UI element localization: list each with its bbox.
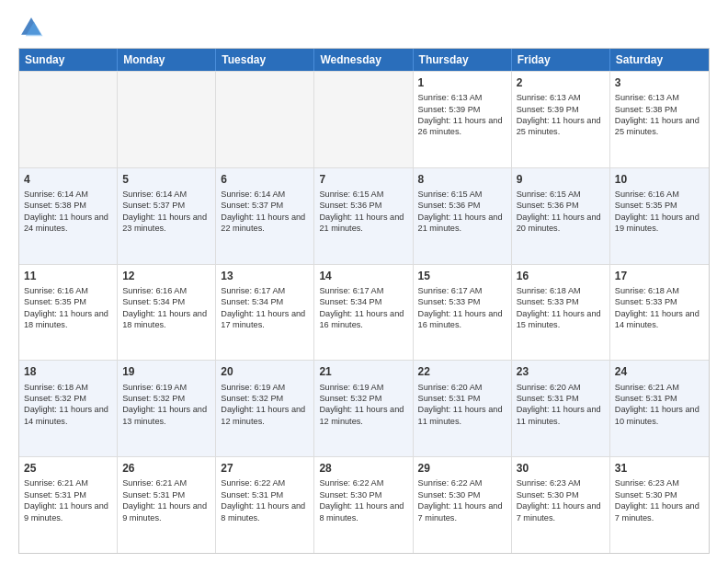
cell-info: Sunrise: 6:13 AM Sunset: 5:39 PM Dayligh… bbox=[517, 92, 605, 138]
calendar-cell: 11Sunrise: 6:16 AM Sunset: 5:35 PM Dayli… bbox=[19, 265, 118, 361]
logo bbox=[18, 15, 48, 40]
day-number: 8 bbox=[418, 172, 506, 187]
calendar-cell: 20Sunrise: 6:19 AM Sunset: 5:32 PM Dayli… bbox=[216, 361, 314, 456]
cell-info: Sunrise: 6:14 AM Sunset: 5:38 PM Dayligh… bbox=[24, 189, 112, 235]
calendar-cell: 13Sunrise: 6:17 AM Sunset: 5:34 PM Dayli… bbox=[216, 265, 314, 361]
calendar-cell: 19Sunrise: 6:19 AM Sunset: 5:32 PM Dayli… bbox=[118, 361, 216, 456]
day-number: 6 bbox=[221, 172, 309, 187]
cell-info: Sunrise: 6:20 AM Sunset: 5:31 PM Dayligh… bbox=[418, 382, 506, 428]
calendar-cell: 14Sunrise: 6:17 AM Sunset: 5:34 PM Dayli… bbox=[314, 265, 413, 361]
calendar-cell: 7Sunrise: 6:15 AM Sunset: 5:36 PM Daylig… bbox=[314, 168, 413, 264]
calendar-cell bbox=[118, 72, 216, 167]
day-number: 10 bbox=[615, 172, 704, 187]
calendar-cell: 30Sunrise: 6:23 AM Sunset: 5:30 PM Dayli… bbox=[512, 457, 610, 553]
day-number: 22 bbox=[418, 364, 506, 379]
cell-info: Sunrise: 6:13 AM Sunset: 5:39 PM Dayligh… bbox=[418, 92, 506, 138]
calendar-cell: 9Sunrise: 6:15 AM Sunset: 5:36 PM Daylig… bbox=[512, 168, 610, 264]
day-number: 2 bbox=[517, 75, 605, 90]
cell-info: Sunrise: 6:22 AM Sunset: 5:30 PM Dayligh… bbox=[319, 477, 407, 523]
calendar-cell: 16Sunrise: 6:18 AM Sunset: 5:33 PM Dayli… bbox=[512, 265, 610, 361]
header-day-thursday: Thursday bbox=[414, 49, 512, 71]
calendar-cell: 10Sunrise: 6:16 AM Sunset: 5:35 PM Dayli… bbox=[610, 168, 709, 264]
calendar-cell: 8Sunrise: 6:15 AM Sunset: 5:36 PM Daylig… bbox=[414, 168, 512, 264]
day-number: 14 bbox=[319, 269, 407, 283]
day-number: 21 bbox=[319, 364, 407, 379]
calendar-cell: 27Sunrise: 6:22 AM Sunset: 5:31 PM Dayli… bbox=[216, 457, 314, 553]
header-day-monday: Monday bbox=[118, 49, 216, 71]
day-number: 13 bbox=[221, 269, 309, 283]
cell-info: Sunrise: 6:14 AM Sunset: 5:37 PM Dayligh… bbox=[122, 189, 210, 235]
calendar-cell: 12Sunrise: 6:16 AM Sunset: 5:34 PM Dayli… bbox=[118, 265, 216, 361]
cell-info: Sunrise: 6:21 AM Sunset: 5:31 PM Dayligh… bbox=[615, 382, 704, 428]
cell-info: Sunrise: 6:14 AM Sunset: 5:37 PM Dayligh… bbox=[221, 189, 309, 235]
calendar-cell: 21Sunrise: 6:19 AM Sunset: 5:32 PM Dayli… bbox=[314, 361, 413, 456]
cell-info: Sunrise: 6:23 AM Sunset: 5:30 PM Dayligh… bbox=[517, 477, 605, 523]
calendar-cell bbox=[314, 72, 413, 167]
calendar-cell: 2Sunrise: 6:13 AM Sunset: 5:39 PM Daylig… bbox=[512, 72, 610, 167]
cell-info: Sunrise: 6:15 AM Sunset: 5:36 PM Dayligh… bbox=[418, 189, 506, 235]
day-number: 7 bbox=[319, 172, 407, 187]
cell-info: Sunrise: 6:23 AM Sunset: 5:30 PM Dayligh… bbox=[615, 477, 704, 523]
calendar-cell: 31Sunrise: 6:23 AM Sunset: 5:30 PM Dayli… bbox=[610, 457, 709, 553]
day-number: 29 bbox=[418, 461, 506, 476]
calendar-header: SundayMondayTuesdayWednesdayThursdayFrid… bbox=[19, 49, 709, 71]
cell-info: Sunrise: 6:17 AM Sunset: 5:33 PM Dayligh… bbox=[418, 285, 506, 331]
cell-info: Sunrise: 6:18 AM Sunset: 5:33 PM Dayligh… bbox=[517, 285, 605, 331]
cell-info: Sunrise: 6:22 AM Sunset: 5:31 PM Dayligh… bbox=[221, 477, 309, 523]
day-number: 12 bbox=[122, 269, 210, 283]
calendar-cell: 28Sunrise: 6:22 AM Sunset: 5:30 PM Dayli… bbox=[314, 457, 413, 553]
cell-info: Sunrise: 6:18 AM Sunset: 5:33 PM Dayligh… bbox=[615, 285, 704, 331]
cell-info: Sunrise: 6:22 AM Sunset: 5:30 PM Dayligh… bbox=[418, 477, 506, 523]
cell-info: Sunrise: 6:13 AM Sunset: 5:38 PM Dayligh… bbox=[615, 92, 704, 138]
day-number: 24 bbox=[615, 364, 704, 379]
calendar-body: 1Sunrise: 6:13 AM Sunset: 5:39 PM Daylig… bbox=[19, 71, 709, 553]
calendar-cell: 17Sunrise: 6:18 AM Sunset: 5:33 PM Dayli… bbox=[610, 265, 709, 361]
calendar-cell: 25Sunrise: 6:21 AM Sunset: 5:31 PM Dayli… bbox=[19, 457, 118, 553]
header-day-sunday: Sunday bbox=[19, 49, 118, 71]
header-day-friday: Friday bbox=[512, 49, 610, 71]
cell-info: Sunrise: 6:20 AM Sunset: 5:31 PM Dayligh… bbox=[517, 382, 605, 428]
calendar-cell: 23Sunrise: 6:20 AM Sunset: 5:31 PM Dayli… bbox=[512, 361, 610, 456]
header bbox=[18, 15, 710, 40]
calendar-cell: 15Sunrise: 6:17 AM Sunset: 5:33 PM Dayli… bbox=[414, 265, 512, 361]
calendar-row-3: 18Sunrise: 6:18 AM Sunset: 5:32 PM Dayli… bbox=[19, 360, 709, 456]
calendar-cell: 22Sunrise: 6:20 AM Sunset: 5:31 PM Dayli… bbox=[414, 361, 512, 456]
day-number: 20 bbox=[221, 364, 309, 379]
day-number: 19 bbox=[122, 364, 210, 379]
day-number: 18 bbox=[24, 364, 112, 379]
calendar-cell: 1Sunrise: 6:13 AM Sunset: 5:39 PM Daylig… bbox=[414, 72, 512, 167]
header-day-wednesday: Wednesday bbox=[314, 49, 413, 71]
day-number: 26 bbox=[122, 461, 210, 476]
calendar-cell: 6Sunrise: 6:14 AM Sunset: 5:37 PM Daylig… bbox=[216, 168, 314, 264]
logo-icon bbox=[18, 15, 44, 40]
calendar: SundayMondayTuesdayWednesdayThursdayFrid… bbox=[18, 48, 710, 554]
calendar-row-1: 4Sunrise: 6:14 AM Sunset: 5:38 PM Daylig… bbox=[19, 167, 709, 264]
calendar-row-2: 11Sunrise: 6:16 AM Sunset: 5:35 PM Dayli… bbox=[19, 264, 709, 361]
cell-info: Sunrise: 6:17 AM Sunset: 5:34 PM Dayligh… bbox=[221, 285, 309, 331]
calendar-cell: 18Sunrise: 6:18 AM Sunset: 5:32 PM Dayli… bbox=[19, 361, 118, 456]
day-number: 5 bbox=[122, 172, 210, 187]
cell-info: Sunrise: 6:15 AM Sunset: 5:36 PM Dayligh… bbox=[319, 189, 407, 235]
cell-info: Sunrise: 6:17 AM Sunset: 5:34 PM Dayligh… bbox=[319, 285, 407, 331]
day-number: 3 bbox=[615, 75, 704, 90]
day-number: 4 bbox=[24, 172, 112, 187]
cell-info: Sunrise: 6:19 AM Sunset: 5:32 PM Dayligh… bbox=[221, 382, 309, 428]
cell-info: Sunrise: 6:18 AM Sunset: 5:32 PM Dayligh… bbox=[24, 382, 112, 428]
cell-info: Sunrise: 6:19 AM Sunset: 5:32 PM Dayligh… bbox=[122, 382, 210, 428]
calendar-cell: 29Sunrise: 6:22 AM Sunset: 5:30 PM Dayli… bbox=[414, 457, 512, 553]
calendar-row-0: 1Sunrise: 6:13 AM Sunset: 5:39 PM Daylig… bbox=[19, 71, 709, 167]
day-number: 9 bbox=[517, 172, 605, 187]
day-number: 30 bbox=[517, 461, 605, 476]
page: SundayMondayTuesdayWednesdayThursdayFrid… bbox=[0, 0, 728, 563]
day-number: 31 bbox=[615, 461, 704, 476]
cell-info: Sunrise: 6:19 AM Sunset: 5:32 PM Dayligh… bbox=[319, 382, 407, 428]
day-number: 17 bbox=[615, 269, 704, 283]
day-number: 25 bbox=[24, 461, 112, 476]
day-number: 11 bbox=[24, 269, 112, 283]
cell-info: Sunrise: 6:16 AM Sunset: 5:35 PM Dayligh… bbox=[615, 189, 704, 235]
cell-info: Sunrise: 6:15 AM Sunset: 5:36 PM Dayligh… bbox=[517, 189, 605, 235]
day-number: 16 bbox=[517, 269, 605, 283]
day-number: 27 bbox=[221, 461, 309, 476]
calendar-row-4: 25Sunrise: 6:21 AM Sunset: 5:31 PM Dayli… bbox=[19, 456, 709, 553]
cell-info: Sunrise: 6:16 AM Sunset: 5:34 PM Dayligh… bbox=[122, 285, 210, 331]
